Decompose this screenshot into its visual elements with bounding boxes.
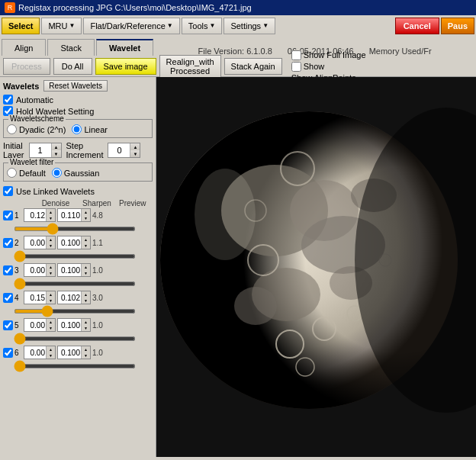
svg-point-20	[195, 169, 256, 260]
main-content: Wavelets Reset Wavelets Automatic Hold W…	[0, 77, 476, 457]
layer-5-denoise-input[interactable]	[24, 319, 46, 331]
default-filter-radio[interactable]	[7, 168, 17, 178]
layer-2-sharpen-down[interactable]: ▼	[81, 243, 90, 249]
layer-6-denoise-down[interactable]: ▼	[46, 352, 55, 359]
layer-5-denoise-up[interactable]: ▲	[46, 319, 55, 325]
select-button[interactable]: Select	[2, 18, 40, 34]
layer-4-denoise-down[interactable]: ▼	[46, 298, 55, 304]
layer-5-checkbox[interactable]	[3, 320, 13, 330]
layer-1-sharpen-down[interactable]: ▼	[81, 215, 90, 221]
step-increment-up[interactable]: ▲	[130, 143, 140, 150]
layer-1-denoise-down[interactable]: ▼	[46, 215, 55, 221]
layer-3-denoise: ▲ ▼	[24, 263, 56, 277]
wavelets-title: Wavelets	[3, 82, 39, 91]
layer-6-denoise-input[interactable]	[24, 346, 46, 359]
layer-3-denoise-up[interactable]: ▲	[46, 264, 55, 270]
automatic-checkbox[interactable]	[3, 95, 13, 105]
layer-3-sharpen-input[interactable]	[58, 264, 81, 276]
layer-1-slider[interactable]	[14, 227, 136, 231]
layer-1-denoise-input[interactable]	[24, 209, 46, 221]
layer-row-3: 3 ▲ ▼ ▲ ▼ 1.0	[3, 263, 153, 277]
layer-1-slider-row	[3, 224, 153, 233]
layer-1-sharpen-input[interactable]	[58, 209, 81, 221]
layer-column-headers: Denoise Sharpen Preview	[3, 199, 153, 207]
layer-2-preview: 1.1	[92, 239, 111, 247]
layer-4-sharpen-input[interactable]	[58, 291, 81, 304]
mru-menu[interactable]: MRU ▼	[41, 18, 82, 34]
show-full-image-checkbox[interactable]	[291, 50, 301, 60]
layer-2-sharpen: ▲ ▼	[57, 236, 91, 249]
layer-1-denoise-up[interactable]: ▲	[46, 209, 55, 215]
flat-menu[interactable]: Flat/Dark/Reference ▼	[83, 18, 179, 34]
layer-1-sharpen-up[interactable]: ▲	[81, 209, 90, 215]
show-full-image-row: Show Full Image	[291, 50, 366, 60]
tools-menu[interactable]: Tools ▼	[182, 18, 223, 34]
layer-3-sharpen-up[interactable]: ▲	[81, 264, 90, 270]
layer-5-slider[interactable]	[14, 336, 136, 341]
stack-again-button[interactable]: Stack Again	[224, 58, 282, 75]
layer-4-denoise-up[interactable]: ▲	[46, 291, 55, 298]
layer-3-checkbox[interactable]	[3, 265, 13, 275]
automatic-checkbox-row: Automatic	[3, 95, 153, 105]
layer-3-denoise-down[interactable]: ▼	[46, 270, 55, 276]
step-increment-label: StepIncrement	[66, 141, 104, 159]
layer-4-denoise-input[interactable]	[24, 291, 46, 304]
pause-button[interactable]: Paus	[441, 18, 474, 34]
right-panel	[156, 77, 476, 457]
layer-2-denoise-input[interactable]	[24, 236, 46, 249]
tab-wavelet[interactable]: Wavelet	[96, 39, 153, 56]
layer-6-slider[interactable]	[14, 364, 136, 368]
layer-1-checkbox[interactable]	[3, 211, 13, 220]
show-right-row: Show	[291, 62, 366, 72]
tab-bar: Align Stack Wavelet File Version: 6.1.0.…	[0, 36, 476, 56]
show-right-checkbox[interactable]	[291, 62, 301, 72]
linked-section: Use Linked Wavelets Denoise Sharpen Prev…	[3, 186, 153, 370]
do-all-button[interactable]: Do All	[53, 58, 92, 75]
use-linked-checkbox[interactable]	[3, 186, 13, 196]
wavelet-filter-title: Wavelet filter	[8, 158, 55, 166]
step-increment-spinbox: ▲ ▼	[108, 143, 140, 158]
linear-radio[interactable]	[72, 124, 82, 134]
initial-layer-up[interactable]: ▲	[52, 143, 61, 150]
initial-layer-input[interactable]	[30, 143, 51, 157]
layer-2-sharpen-input[interactable]	[58, 236, 81, 249]
initial-layer-down[interactable]: ▼	[52, 150, 61, 157]
realign-button[interactable]: Realign_with Processed	[159, 55, 221, 78]
dyadic-radio-item: Dyadic (2^n)	[7, 124, 66, 134]
tab-stack[interactable]: Stack	[47, 39, 95, 56]
layer-4-slider[interactable]	[14, 309, 136, 314]
settings-menu[interactable]: Settings ▼	[224, 18, 275, 34]
process-button[interactable]: Process	[3, 58, 50, 75]
layer-3-slider[interactable]	[14, 281, 136, 286]
layer-5-sharpen-input[interactable]	[58, 319, 81, 331]
layer-2-denoise-down[interactable]: ▼	[46, 243, 55, 249]
tab-align[interactable]: Align	[2, 39, 46, 56]
layer-6-sharpen-up[interactable]: ▲	[81, 346, 90, 352]
layer-4-sharpen-up[interactable]: ▲	[81, 291, 90, 298]
layer-2-denoise-up[interactable]: ▲	[46, 236, 55, 243]
step-increment-down[interactable]: ▼	[130, 150, 140, 157]
step-increment-arrows: ▲ ▼	[130, 143, 140, 157]
layer-6-sharpen-input[interactable]	[58, 346, 81, 359]
layer-6-sharpen-down[interactable]: ▼	[81, 352, 90, 359]
layer-5-denoise-down[interactable]: ▼	[46, 325, 55, 331]
layer-6-denoise-up[interactable]: ▲	[46, 346, 55, 352]
layer-5-sharpen-down[interactable]: ▼	[81, 325, 90, 331]
cancel-button[interactable]: Cancel	[395, 18, 439, 34]
reset-wavelets-button[interactable]: Reset Wavelets	[43, 80, 108, 92]
layer-4-sharpen-down[interactable]: ▼	[81, 298, 90, 304]
dyadic-radio[interactable]	[7, 124, 17, 134]
layer-4-checkbox[interactable]	[3, 293, 13, 303]
layer-2-slider[interactable]	[14, 254, 136, 259]
gaussian-filter-radio[interactable]	[52, 168, 62, 178]
step-increment-input[interactable]	[108, 143, 130, 157]
save-image-button[interactable]: Save image	[95, 58, 156, 75]
layer-3-denoise-input[interactable]	[24, 264, 46, 276]
layer-2-checkbox[interactable]	[3, 238, 13, 248]
layer-2-sharpen-up[interactable]: ▲	[81, 236, 90, 243]
layer-row-1: 1 ▲ ▼ ▲ ▼ 4.8	[3, 208, 153, 222]
layer-5-sharpen-up[interactable]: ▲	[81, 319, 90, 325]
layer-4-sharpen: ▲ ▼	[57, 291, 91, 304]
layer-3-sharpen-down[interactable]: ▼	[81, 270, 90, 276]
layer-6-checkbox[interactable]	[3, 348, 13, 358]
